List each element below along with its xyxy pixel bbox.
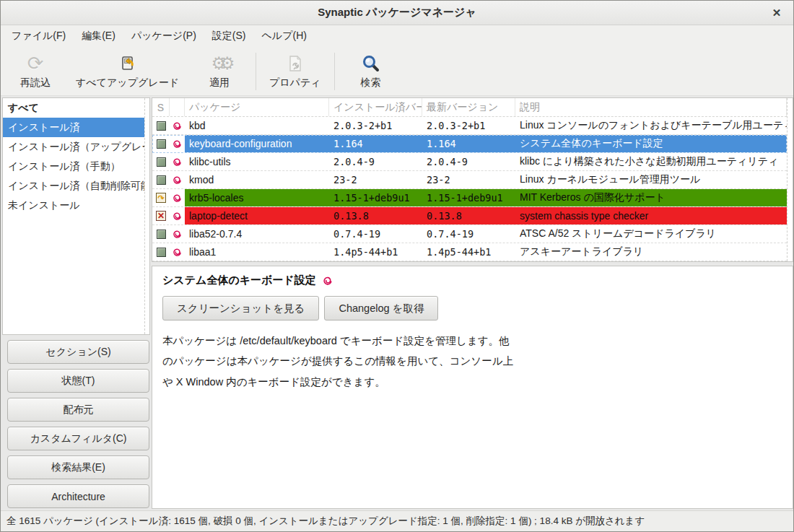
title-bar[interactable]: Synaptic パッケージマネージャ ✕ — [1, 1, 793, 25]
menu-file[interactable]: ファイル(F) — [4, 26, 74, 46]
installed-version: 2.0.3-2+b1 — [329, 117, 422, 134]
column-header-description[interactable]: 説明 — [515, 98, 787, 116]
table-row[interactable]: liba52-0.7.4 0.7.4-19 0.7.4-19 ATSC A/52… — [152, 225, 787, 243]
left-pane: すべて インストール済 インストール済（アップグレード可） インストール済（手動… — [2, 97, 150, 509]
latest-version: 23-2 — [422, 171, 515, 188]
debian-swirl-icon — [172, 139, 183, 149]
apply-gears-icon: ⚙⚙ — [211, 53, 227, 74]
status-upgrade-icon: ↷ — [156, 193, 166, 203]
properties-button[interactable]: プロパティ — [261, 50, 330, 92]
package-name: laptop-detect — [185, 207, 329, 224]
table-row[interactable]: libaa1 1.4p5-44+b1 1.4p5-44+b1 アスキーアートライ… — [152, 243, 787, 261]
column-header-package[interactable]: パッケージ — [185, 98, 329, 116]
package-name: klibc-utils — [185, 153, 329, 170]
installed-version: 23-2 — [329, 171, 422, 188]
filter-item-installed-manual[interactable]: インストール済（手動） — [3, 157, 144, 176]
get-changelog-button[interactable]: Changelog を取得 — [324, 296, 438, 320]
upgrade-all-label: すべてアップグレード — [76, 77, 179, 90]
menu-package[interactable]: パッケージ(P) — [123, 26, 204, 46]
filter-item-installed-upgradable[interactable]: インストール済（アップグレード可） — [3, 137, 144, 157]
filter-list: すべて インストール済 インストール済（アップグレード可） インストール済（手動… — [2, 97, 150, 335]
filter-buttons: セクション(S) 状態(T) 配布元 カスタムフィルタ(C) 検索結果(E) A… — [2, 335, 150, 509]
status-remove-icon: ✕ — [156, 211, 166, 221]
menu-help[interactable]: ヘルプ(H) — [254, 26, 315, 46]
table-row-marked-remove[interactable]: ✕ laptop-detect 0.13.8 0.13.8 system cha… — [152, 207, 787, 225]
get-screenshot-button[interactable]: スクリーンショットを見る — [162, 296, 319, 320]
latest-version: 2.0.4-9 — [422, 153, 515, 170]
debian-swirl-icon — [322, 275, 333, 287]
column-header-status[interactable]: S — [152, 98, 170, 116]
package-description: system chassis type checker — [515, 207, 787, 224]
latest-version: 1.15-1+deb9u1 — [422, 189, 515, 206]
column-header-latest-version[interactable]: 最新バージョン — [422, 98, 515, 116]
latest-version: 0.13.8 — [422, 207, 515, 224]
installed-version: 1.4p5-44+b1 — [329, 243, 422, 261]
menu-settings[interactable]: 設定(S) — [204, 26, 254, 46]
search-button[interactable]: 検索 — [339, 50, 403, 92]
main-area: すべて インストール済 インストール済（アップグレード可） インストール済（手動… — [1, 96, 793, 510]
filter-item-installed-autoremovable[interactable]: インストール済（自動削除可能） — [3, 176, 144, 196]
installed-version: 0.13.8 — [329, 207, 422, 224]
upgrade-all-button[interactable]: すべてアップグレード — [67, 50, 188, 92]
package-name: kmod — [185, 171, 329, 188]
custom-filters-button[interactable]: カスタムフィルタ(C) — [7, 427, 149, 450]
status-installed-icon — [157, 248, 166, 257]
package-description: アスキーアートライブラリ — [515, 243, 787, 261]
debian-swirl-icon — [172, 193, 183, 204]
menu-edit[interactable]: 編集(E) — [74, 26, 123, 46]
sections-button[interactable]: セクション(S) — [7, 340, 149, 364]
package-description: Linux カーネルモジュール管理用ツール — [515, 171, 787, 188]
origin-button[interactable]: 配布元 — [7, 398, 149, 422]
debian-swirl-icon — [172, 211, 183, 222]
package-description: ATSC A/52 ストリームデコードライブラリ — [515, 225, 787, 243]
filter-item-not-installed[interactable]: 未インストール — [3, 196, 144, 215]
details-title: システム全体のキーボード設定 — [162, 274, 316, 287]
apply-label: 適用 — [209, 77, 230, 90]
filter-item-all[interactable]: すべて — [3, 98, 144, 118]
table-row-marked-upgrade[interactable]: ↷ krb5-locales 1.15-1+deb9u1 1.15-1+deb9… — [152, 189, 787, 207]
table-header-row: S パッケージ インストール済バージョン 最新バージョン 説明 — [152, 98, 787, 117]
architecture-button[interactable]: Architecture — [7, 484, 149, 508]
column-header-installed-version[interactable]: インストール済バージョン — [329, 98, 422, 116]
package-description: MIT Kerberos の国際化サポート — [515, 189, 787, 206]
package-name: libaa1 — [185, 243, 329, 261]
debian-swirl-icon — [172, 175, 183, 186]
latest-version: 1.4p5-44+b1 — [422, 243, 515, 261]
status-button[interactable]: 状態(T) — [7, 369, 149, 393]
status-installed-icon — [157, 230, 166, 239]
search-label: 検索 — [361, 77, 381, 90]
toolbar-separator — [256, 53, 256, 90]
package-name: krb5-locales — [185, 189, 329, 206]
installed-version: 2.0.4-9 — [329, 153, 422, 170]
status-installed-icon — [157, 121, 166, 131]
latest-version: 0.7.4-19 — [422, 225, 515, 243]
close-icon[interactable]: ✕ — [769, 5, 785, 21]
reload-button[interactable]: ⟳ 再読込 — [4, 50, 67, 92]
apply-button[interactable]: ⚙⚙ 適用 — [188, 50, 251, 92]
debian-swirl-icon — [172, 157, 183, 167]
search-results-button[interactable]: 検索結果(E) — [7, 455, 149, 479]
package-name: kbd — [185, 117, 329, 134]
synaptic-window: Synaptic パッケージマネージャ ✕ ファイル(F) 編集(E) パッケー… — [0, 0, 794, 532]
status-installed-icon — [157, 139, 166, 149]
latest-version: 2.0.3-2+b1 — [422, 117, 515, 134]
table-row[interactable]: kmod 23-2 23-2 Linux カーネルモジュール管理用ツール — [152, 171, 787, 189]
installed-version: 1.15-1+deb9u1 — [329, 189, 422, 206]
table-row[interactable]: kbd 2.0.3-2+b1 2.0.3-2+b1 Linux コンソールのフォ… — [152, 117, 787, 135]
installed-version: 0.7.4-19 — [329, 225, 422, 243]
reload-icon: ⟳ — [27, 53, 44, 74]
status-bar: 全 1615 パッケージ (インストール済: 1615 個, 破損 0 個, イ… — [1, 510, 793, 531]
debian-swirl-icon — [172, 229, 183, 240]
status-installed-icon — [157, 175, 166, 185]
filter-item-installed[interactable]: インストール済 — [3, 118, 144, 137]
status-text: 全 1615 パッケージ (インストール済: 1615 個, 破損 0 個, イ… — [6, 515, 645, 528]
package-table: S パッケージ インストール済バージョン 最新バージョン 説明 kbd 2.0.… — [152, 97, 793, 262]
details-description: 本パッケージは /etc/default/keyboard でキーボード設定を管… — [162, 331, 518, 392]
toolbar-separator — [334, 53, 335, 90]
debian-swirl-icon — [172, 247, 183, 258]
table-row[interactable]: klibc-utils 2.0.4-9 2.0.4-9 klibc により構築さ… — [152, 153, 787, 171]
debian-swirl-icon — [172, 121, 183, 131]
package-name: liba52-0.7.4 — [185, 225, 329, 243]
column-header-icon[interactable] — [170, 98, 185, 116]
table-row-selected[interactable]: keyboard-configuration 1.164 1.164 システム全… — [152, 135, 787, 153]
